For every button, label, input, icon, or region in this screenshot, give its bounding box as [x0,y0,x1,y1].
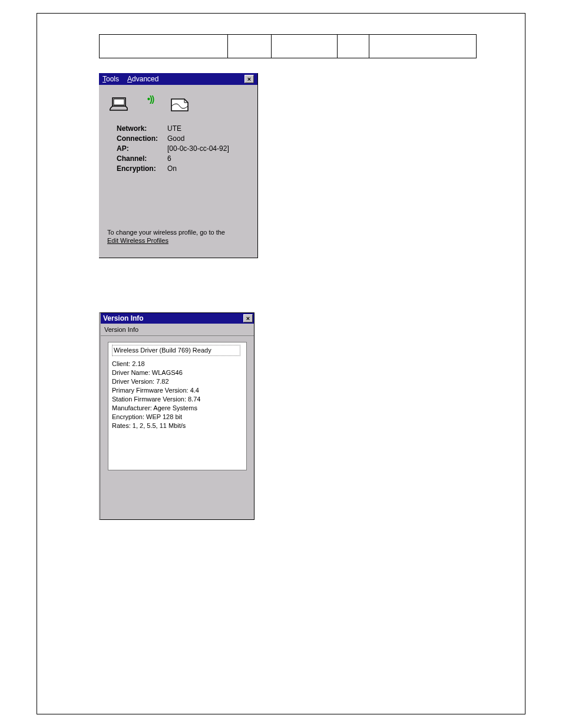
field-ap: AP: [00-0c-30-cc-04-92] [117,144,249,154]
field-channel: Channel: 6 [117,154,249,164]
menu-advanced[interactable]: Advanced [127,75,158,83]
field-network: Network: UTE [117,124,249,134]
encryption-value: On [167,164,177,174]
field-connection: Connection: Good [117,134,249,144]
signal-icon: •)) [147,94,154,104]
network-value: UTE [167,124,181,134]
menu-tools[interactable]: Tools [103,75,119,83]
profile-hint: To change your wireless profile, go to t… [107,228,225,245]
menubar: Tools Advanced × [99,73,257,85]
network-label: Network: [117,124,167,134]
field-encryption: Encryption: On [117,164,249,174]
edit-profiles-link[interactable]: Edit Wireless Profiles [107,237,168,244]
header-cell-2 [228,35,272,58]
close-button[interactable]: × [243,314,253,322]
header-table [99,34,477,58]
wireless-status-body: •)) Network: UTE Connection: Good [99,85,257,258]
version-info-window: Version Info × Version Info Wireless Dri… [99,312,254,520]
page: Tools Advanced × •)) [0,0,562,728]
icon-row: •)) [110,95,247,113]
header-cell-5 [369,35,477,58]
channel-label: Channel: [117,154,167,164]
version-info-subhead: Version Info [101,324,254,336]
driver-status: Wireless Driver (Build 769) Ready [112,345,240,356]
driver-name-line: Driver Name: WLAGS46 [112,368,243,377]
document-icon [169,95,190,113]
station-fw-line: Station Firmware Version: 8.74 [112,395,243,404]
status-fields: Network: UTE Connection: Good AP: [00-0c… [117,124,249,174]
encryption-line: Encryption: WEP 128 bit [112,413,243,421]
encryption-label: Encryption: [117,164,167,174]
titlebar: Version Info × [101,313,254,324]
header-cell-1 [100,35,228,58]
profile-hint-text: To change your wireless profile, go to t… [107,229,225,236]
channel-value: 6 [167,154,171,164]
header-cell-3 [272,35,338,58]
ap-label: AP: [117,144,167,154]
header-cell-4 [338,35,369,58]
manufacturer-line: Manufacturer: Agere Systems [112,404,243,413]
client-line: Client: 2.18 [112,360,243,368]
version-info-panel: Wireless Driver (Build 769) Ready Client… [108,342,247,470]
wireless-status-window: Tools Advanced × •)) [99,73,258,258]
primary-fw-line: Primary Firmware Version: 4.4 [112,386,243,395]
driver-version-line: Driver Version: 7.82 [112,377,243,386]
connection-value: Good [167,134,184,144]
close-button[interactable]: × [244,75,254,83]
ap-value: [00-0c-30-cc-04-92] [167,144,229,154]
window-title: Version Info [103,314,144,322]
rates-line: Rates: 1, 2, 5.5, 11 Mbit/s [112,421,243,430]
laptop-icon [110,96,132,113]
connection-label: Connection: [117,134,167,144]
